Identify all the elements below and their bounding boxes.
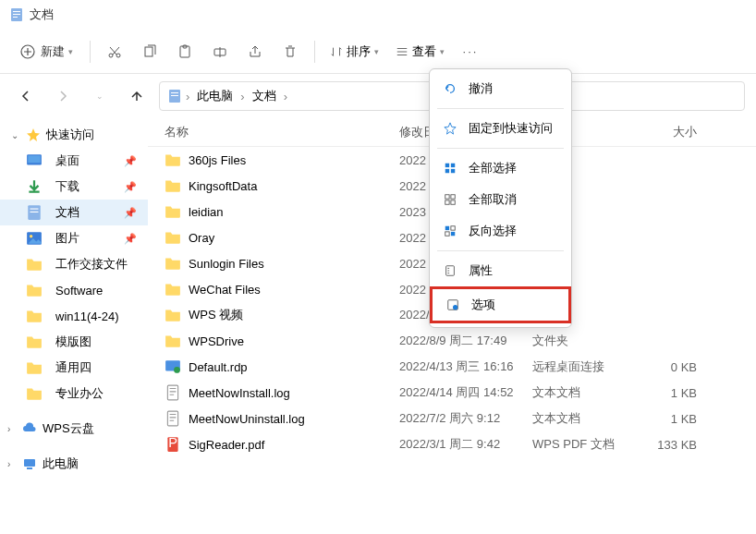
folder-icon xyxy=(26,359,43,376)
separator xyxy=(90,41,91,63)
sidebar-item[interactable]: 专业办公 xyxy=(0,381,148,407)
sidebar-thispc[interactable]: › 此电脑 xyxy=(0,451,148,477)
svg-rect-2 xyxy=(13,14,20,15)
chevron-right-icon: › xyxy=(284,90,287,103)
svg-rect-17 xyxy=(30,209,39,210)
file-row[interactable]: WPSDrive2022/8/9 周二 17:49文件夹 xyxy=(148,328,756,354)
sidebar-item[interactable]: 下载📌 xyxy=(0,174,148,200)
sidebar-item-label: 下载 xyxy=(55,178,79,195)
undo-icon xyxy=(443,81,457,96)
svg-point-24 xyxy=(174,367,180,373)
menu-label: 全部选择 xyxy=(469,160,517,176)
rdp-icon xyxy=(165,358,181,375)
file-date: 2022/8/9 周二 17:49 xyxy=(399,333,532,349)
txt-icon xyxy=(165,384,181,401)
pdf-icon: P xyxy=(165,436,181,453)
menu-options[interactable]: 选项 xyxy=(430,286,571,323)
svg-point-20 xyxy=(30,235,32,237)
crumb-current[interactable]: 文档 xyxy=(249,86,280,106)
folder-icon xyxy=(26,256,43,273)
recent-button[interactable]: ⌄ xyxy=(85,81,115,111)
svg-rect-1 xyxy=(13,11,20,12)
menu-select-all[interactable]: 全部选择 xyxy=(430,152,571,184)
sort-button[interactable]: 排序 ▾ xyxy=(323,38,386,66)
sidebar-item[interactable]: 桌面📌 xyxy=(0,148,148,174)
up-button[interactable] xyxy=(122,81,152,111)
download-icon xyxy=(26,178,43,195)
menu-undo[interactable]: 撤消 xyxy=(430,73,571,104)
sidebar-quick-access[interactable]: ⌄ 快速访问 xyxy=(0,122,148,148)
menu-deselect-all[interactable]: 全部取消 xyxy=(430,184,571,215)
chevron-right-icon: › xyxy=(240,90,244,103)
folder-icon xyxy=(165,203,181,220)
svg-rect-34 xyxy=(451,195,455,199)
cut-button[interactable] xyxy=(98,35,131,68)
scissors-icon xyxy=(107,44,122,59)
file-type: WPS PDF 文档 xyxy=(532,436,641,453)
arrow-right-icon xyxy=(55,89,70,103)
svg-rect-29 xyxy=(445,164,449,167)
sidebar-item[interactable]: 通用四 xyxy=(0,355,148,381)
sidebar-wps[interactable]: › WPS云盘 xyxy=(0,416,148,442)
sidebar-item[interactable]: 图片📌 xyxy=(0,225,148,251)
sidebar-item[interactable]: win11(4-24) xyxy=(0,303,148,329)
svg-rect-15 xyxy=(28,155,41,163)
file-date: 2022/7/2 周六 9:12 xyxy=(399,410,532,427)
sidebar-label: 此电脑 xyxy=(43,455,79,472)
file-name: Default.rdp xyxy=(189,360,399,374)
document-icon xyxy=(9,7,24,22)
crumb-root[interactable]: 此电脑 xyxy=(193,86,237,106)
view-button[interactable]: 查看 ▾ xyxy=(388,38,452,66)
paste-button[interactable] xyxy=(168,35,201,68)
folder-icon xyxy=(26,334,43,350)
sidebar-label: 快速访问 xyxy=(46,127,94,143)
properties-icon xyxy=(443,263,457,278)
col-name[interactable]: 名称 xyxy=(165,124,399,140)
folder-icon xyxy=(165,307,181,323)
chevron-down-icon: ▾ xyxy=(374,47,379,56)
sidebar-item[interactable]: 文档📌 xyxy=(0,200,148,225)
menu-invert[interactable]: 反向选择 xyxy=(430,215,571,247)
more-button[interactable]: ··· xyxy=(454,35,487,68)
file-name: KingsoftData xyxy=(189,179,399,193)
forward-button[interactable] xyxy=(48,81,78,111)
file-row[interactable]: MeetNowInstall.log2022/4/14 周四 14:52文本文档… xyxy=(148,380,756,406)
svg-text:P: P xyxy=(168,436,177,450)
invert-icon xyxy=(443,224,457,238)
new-label: 新建 xyxy=(41,43,65,60)
file-name: WPSDrive xyxy=(189,334,399,348)
deselect-icon xyxy=(443,192,457,207)
svg-rect-22 xyxy=(27,467,32,469)
svg-rect-37 xyxy=(445,226,449,230)
menu-label: 撤消 xyxy=(469,80,493,97)
sidebar-item[interactable]: Software xyxy=(0,277,148,303)
sidebar-item[interactable]: 工作交接文件 xyxy=(0,251,148,277)
file-type: 文本文档 xyxy=(532,384,641,401)
svg-rect-7 xyxy=(145,47,152,56)
sidebar-item-label: 文档 xyxy=(55,204,79,221)
delete-button[interactable] xyxy=(274,35,307,68)
pin-icon: 📌 xyxy=(124,155,137,167)
svg-rect-21 xyxy=(24,459,35,467)
new-button[interactable]: 新建 ▾ xyxy=(11,38,82,66)
copy-button[interactable] xyxy=(133,35,166,68)
file-name: Oray xyxy=(189,231,399,245)
menu-properties[interactable]: 属性 xyxy=(430,255,571,286)
file-row[interactable]: MeetNowUninstall.log2022/7/2 周六 9:12文本文档… xyxy=(148,406,756,431)
svg-rect-33 xyxy=(445,195,449,199)
share-button[interactable] xyxy=(238,35,272,68)
svg-point-6 xyxy=(116,54,120,57)
file-row[interactable]: Default.rdp2022/4/13 周三 16:16远程桌面连接0 KB xyxy=(148,354,756,380)
svg-rect-3 xyxy=(13,17,18,18)
menu-pin[interactable]: 固定到快速访问 xyxy=(430,113,571,144)
sidebar-item[interactable]: 模版图 xyxy=(0,329,148,355)
sidebar-item-label: 模版图 xyxy=(55,334,91,350)
pin-icon: 📌 xyxy=(124,233,137,245)
file-name: Sunlogin Files xyxy=(189,257,399,271)
rename-button[interactable] xyxy=(203,35,237,68)
back-button[interactable] xyxy=(11,81,41,111)
txt-icon xyxy=(165,410,181,427)
col-size[interactable]: 大小 xyxy=(641,124,697,140)
file-row[interactable]: PSigReader.pdf2022/3/1 周二 9:42WPS PDF 文档… xyxy=(148,431,756,457)
file-size: 1 KB xyxy=(641,412,697,426)
